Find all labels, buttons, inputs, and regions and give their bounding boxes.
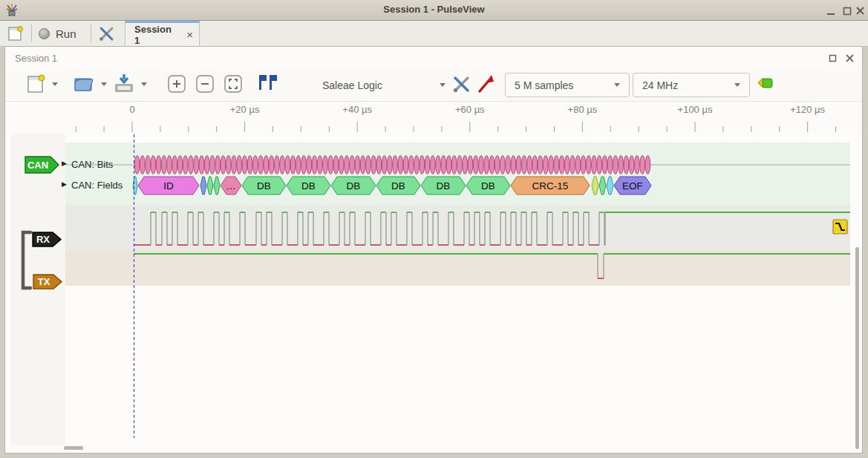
bit-annotation bbox=[629, 156, 634, 174]
bit-annotation bbox=[258, 156, 264, 174]
bit-annotation bbox=[484, 156, 489, 174]
bit-annotation bbox=[436, 156, 441, 174]
bit-annotation bbox=[570, 156, 575, 174]
field-label: ID bbox=[163, 180, 174, 192]
bit-annotation bbox=[210, 156, 215, 174]
bit-annotation bbox=[602, 156, 607, 174]
bit-annotation bbox=[532, 156, 538, 174]
field-label: DB bbox=[301, 180, 316, 192]
field-annotation bbox=[200, 177, 206, 194]
bit-annotation bbox=[307, 156, 312, 174]
bit-annotation bbox=[388, 156, 393, 174]
field-label: DB bbox=[347, 180, 361, 192]
field-annotation bbox=[133, 177, 137, 194]
bit-annotation bbox=[376, 156, 382, 174]
bit-annotation bbox=[473, 156, 478, 174]
bit-annotation bbox=[339, 156, 344, 174]
pulseview-window: { "window": {"title": "Session 1 - Pulse… bbox=[0, 0, 868, 458]
field-shape bbox=[200, 177, 206, 194]
bit-annotation bbox=[366, 156, 371, 174]
field-annotation: ID bbox=[138, 177, 199, 194]
channel-tag-tx-label: TX bbox=[38, 276, 50, 287]
bit-annotation bbox=[264, 156, 269, 174]
bit-annotation bbox=[393, 156, 398, 174]
row-label-can-fields: CAN: Fields bbox=[71, 180, 123, 191]
bit-annotation bbox=[516, 156, 521, 174]
bit-annotation bbox=[403, 156, 408, 174]
bit-annotation bbox=[151, 156, 156, 174]
bit-annotation bbox=[312, 156, 317, 174]
bit-annotation bbox=[275, 156, 280, 174]
bit-annotation bbox=[425, 156, 430, 174]
field-label: DB bbox=[437, 180, 451, 192]
bit-annotation bbox=[581, 156, 586, 174]
decoder-tag-can[interactable]: CAN bbox=[25, 157, 59, 173]
bit-annotation bbox=[564, 156, 570, 174]
bit-annotation bbox=[317, 156, 322, 174]
bit-annotation bbox=[221, 156, 226, 174]
field-annotation: DB bbox=[287, 177, 330, 194]
bit-annotation bbox=[544, 156, 549, 174]
bit-annotation bbox=[479, 156, 484, 174]
bit-annotation bbox=[333, 156, 339, 174]
field-annotation: DB bbox=[331, 177, 376, 194]
bit-annotation bbox=[645, 156, 650, 174]
bit-annotation bbox=[161, 156, 166, 174]
bit-annotation bbox=[232, 156, 237, 174]
bit-annotation bbox=[167, 156, 172, 174]
field-shape bbox=[214, 177, 220, 194]
bit-annotation bbox=[172, 156, 177, 174]
field-label: … bbox=[226, 180, 236, 192]
bit-annotation bbox=[441, 156, 446, 174]
field-annotation bbox=[207, 177, 213, 194]
bit-annotation bbox=[414, 156, 420, 174]
field-annotation: DB bbox=[376, 177, 420, 194]
bit-annotation bbox=[301, 156, 307, 174]
bit-annotation bbox=[420, 156, 425, 174]
bit-annotation bbox=[489, 156, 495, 174]
expander-can-fields[interactable]: ▶ bbox=[62, 180, 67, 188]
bit-annotation bbox=[371, 156, 376, 174]
bit-annotation bbox=[597, 156, 602, 174]
field-annotation bbox=[592, 177, 598, 194]
bit-annotation bbox=[607, 156, 613, 174]
bit-annotation bbox=[586, 156, 591, 174]
bit-annotation bbox=[177, 156, 183, 174]
bit-annotation bbox=[619, 156, 624, 174]
field-annotation bbox=[599, 177, 606, 194]
bit-annotation bbox=[592, 156, 597, 174]
channel-group-bracket[interactable] bbox=[23, 232, 30, 288]
bit-annotation bbox=[323, 156, 328, 174]
field-shape bbox=[599, 177, 606, 194]
channel-tag-rx-label: RX bbox=[36, 234, 50, 245]
bit-annotation bbox=[237, 156, 242, 174]
field-shape bbox=[592, 177, 598, 194]
channel-tag-tx[interactable]: TX bbox=[33, 275, 62, 289]
expander-can-bits[interactable]: ▶ bbox=[62, 160, 67, 167]
bit-annotation bbox=[247, 156, 252, 174]
channel-tag-rx[interactable]: RX bbox=[33, 232, 61, 246]
bit-annotation bbox=[575, 156, 581, 174]
trigger-marker[interactable] bbox=[833, 220, 847, 234]
bit-annotation bbox=[457, 156, 463, 174]
bit-annotation bbox=[382, 156, 387, 174]
bit-annotation bbox=[511, 156, 516, 174]
bit-annotation bbox=[559, 156, 564, 174]
bit-annotation bbox=[522, 156, 527, 174]
field-label: EOF bbox=[622, 180, 643, 192]
field-annotation: DB bbox=[466, 177, 510, 194]
bit-annotation bbox=[430, 156, 435, 174]
bit-annotation bbox=[360, 156, 365, 174]
bit-annotation bbox=[226, 156, 231, 174]
bit-annotation bbox=[204, 156, 209, 174]
field-shape bbox=[607, 177, 613, 194]
horizontal-scrollbar[interactable] bbox=[64, 446, 83, 450]
bit-annotation bbox=[554, 156, 559, 174]
bit-annotation bbox=[280, 156, 285, 174]
bit-annotation bbox=[189, 156, 194, 174]
bit-annotation bbox=[527, 156, 532, 174]
bit-annotation bbox=[635, 156, 640, 174]
vertical-scrollbar[interactable] bbox=[855, 247, 859, 449]
bit-annotation bbox=[640, 156, 645, 174]
bit-annotation bbox=[495, 156, 500, 174]
